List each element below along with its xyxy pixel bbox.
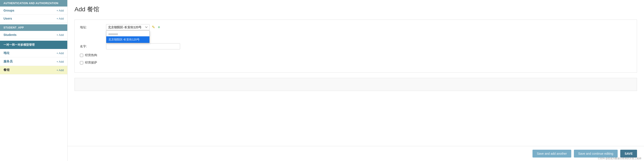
sidebar-add-students-link[interactable]: + Add (56, 33, 64, 36)
sidebar-item-restaurant[interactable]: 餐馆 + Add (0, 66, 67, 74)
name-field (106, 43, 180, 49)
save-add-another-button[interactable]: Save and add another (532, 150, 571, 158)
pizza-row: 经营披萨 (80, 61, 632, 65)
name-label: 名字: (80, 43, 106, 48)
address-select[interactable]: ---------- 北京朝阳区-长安街120号 (106, 24, 150, 30)
name-input[interactable] (106, 43, 180, 49)
address-edit-button[interactable]: ✎ (151, 24, 156, 30)
sidebar-section-auth: AUTHENTICATION AND AUTHORIZATION (0, 0, 67, 6)
sidebar-item-address[interactable]: 地址 + Add (0, 49, 67, 57)
address-dropdown-wrapper: ---------- 北京朝阳区-长安街120号 ---------- 北京朝阳… (106, 24, 150, 30)
sidebar: AUTHENTICATION AND AUTHORIZATION Groups … (0, 0, 68, 161)
name-row: 名字: (80, 43, 632, 49)
page-title: Add 餐馆 (74, 5, 637, 13)
save-button[interactable]: SAVE (620, 150, 637, 158)
sidebar-item-users-label: Users (4, 17, 12, 20)
sidebar-item-groups-label: Groups (4, 9, 14, 12)
sidebar-add-groups-link[interactable]: + Add (56, 9, 64, 12)
notes-area (74, 78, 637, 91)
dropdown-option-empty[interactable]: ---------- (106, 30, 150, 36)
sidebar-item-restaurant-label: 餐馆 (4, 68, 10, 72)
hotdog-label: 经营热狗 (85, 53, 97, 57)
address-field: ---------- 北京朝阳区-长安街120号 ---------- 北京朝阳… (106, 24, 161, 30)
address-label: 地址: (80, 24, 106, 29)
pizza-label: 经营披萨 (85, 61, 97, 65)
sidebar-section-student: STUDENT_APP (0, 24, 67, 31)
sidebar-item-students[interactable]: Students + Add (0, 31, 67, 39)
sidebar-section-onetomany: 一对一和一对多模型管理 (0, 41, 67, 49)
sidebar-add-users-link[interactable]: + Add (56, 17, 64, 20)
sidebar-item-students-label: Students (4, 33, 16, 36)
sidebar-add-waiter-link[interactable]: + Add (56, 60, 64, 63)
hotdog-row: 经营热狗 (80, 53, 632, 57)
sidebar-item-groups[interactable]: Groups + Add (0, 6, 67, 14)
address-row: 地址: ---------- 北京朝阳区-长安街120号 ---------- … (80, 24, 632, 30)
footer-note: CSDN @想成为数据分析师的开发工程师 (598, 157, 642, 160)
sidebar-item-waiter-label: 服务员 (4, 60, 13, 64)
address-add-button[interactable]: + (157, 24, 161, 30)
save-continue-button[interactable]: Save and continue editing (574, 150, 618, 158)
sidebar-item-waiter[interactable]: 服务员 + Add (0, 57, 67, 66)
sidebar-add-restaurant-link[interactable]: + Add (56, 69, 64, 72)
hotdog-checkbox[interactable] (80, 54, 83, 57)
sidebar-item-address-label: 地址 (4, 51, 10, 55)
sidebar-item-users[interactable]: Users + Add (0, 14, 67, 23)
sidebar-add-address-link[interactable]: + Add (56, 52, 64, 55)
form-actions: Save and add another Save and continue e… (68, 146, 644, 161)
dropdown-option-beijing[interactable]: 北京朝阳区-长安街120号 (106, 36, 150, 43)
address-dropdown-menu: ---------- 北京朝阳区-长安街120号 (106, 30, 150, 43)
form-section: 地址: ---------- 北京朝阳区-长安街120号 ---------- … (74, 19, 637, 73)
main-content: Add 餐馆 地址: ---------- 北京朝阳区-长安街120号 ----… (68, 0, 644, 161)
pizza-checkbox[interactable] (80, 61, 83, 64)
